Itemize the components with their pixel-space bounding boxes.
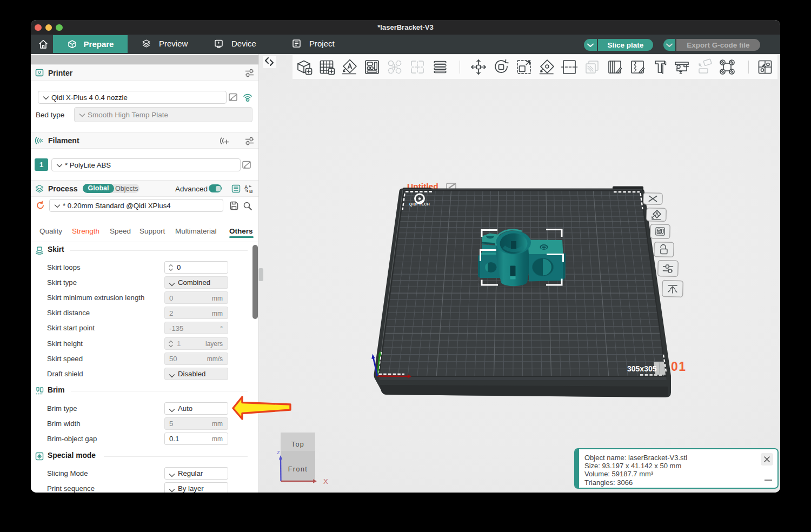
svg-text:Top: Top	[291, 441, 305, 448]
svg-text:Front: Front	[288, 466, 308, 473]
svg-text:305x305: 305x305	[627, 364, 657, 373]
svg-text:A: A	[244, 184, 248, 190]
svg-text:z: z	[277, 449, 280, 455]
svg-text:B: B	[249, 189, 253, 194]
svg-text:01: 01	[671, 360, 687, 374]
svg-text:QIDI TECH: QIDI TECH	[409, 202, 430, 207]
svg-text:X: X	[323, 477, 328, 486]
